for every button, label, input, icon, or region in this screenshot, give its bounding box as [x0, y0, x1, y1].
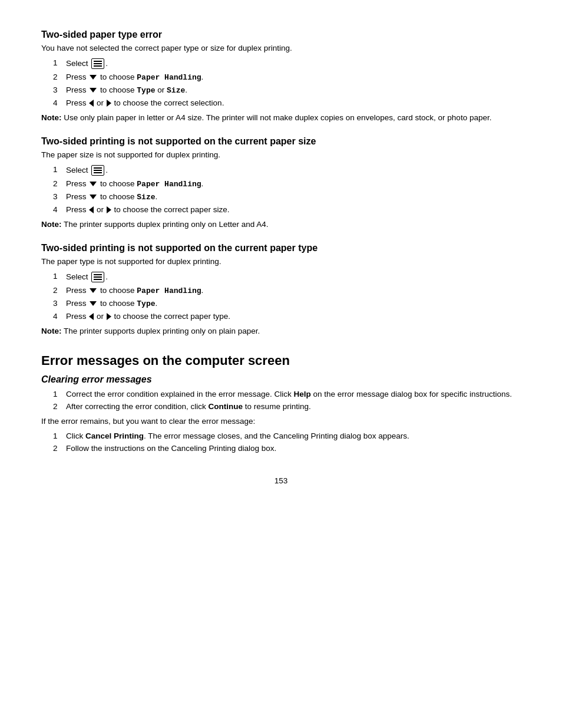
- section4-title: Error messages on the computer screen: [41, 353, 521, 368]
- arrow-right-icon: [107, 100, 111, 107]
- step-content: Select .: [66, 165, 521, 176]
- step: 1 Select .: [47, 58, 521, 69]
- section3-steps: 1 Select . 2 Press to choose Paper Handl…: [47, 272, 521, 321]
- step-content: Press to choose Type.: [66, 299, 521, 308]
- step-content: Press or to choose the correct selection…: [66, 98, 521, 107]
- step-num: 3: [53, 192, 66, 201]
- arrow-left-icon: [89, 100, 94, 107]
- step: 2 Follow the instructions on the Canceli…: [47, 444, 521, 453]
- step-num: 2: [53, 402, 66, 411]
- arrow-down-icon: [90, 195, 97, 199]
- mono-text: Size: [167, 86, 185, 95]
- section-two-sided-paper-type-error: Two-sided paper type error You have not …: [41, 29, 521, 122]
- section2-title: Two-sided printing is not supported on t…: [41, 136, 521, 147]
- step: 2 Press to choose Paper Handling.: [47, 286, 521, 295]
- step-content: Press or to choose the correct paper siz…: [66, 205, 521, 214]
- step-content: Press to choose Paper Handling.: [66, 179, 521, 189]
- step: 3 Press to choose Size.: [47, 192, 521, 202]
- step: 1 Select .: [47, 272, 521, 282]
- arrow-down-icon: [90, 301, 97, 306]
- arrow-down-icon: [90, 88, 97, 93]
- mono-text: Size: [137, 193, 155, 202]
- arrow-left-icon: [89, 206, 94, 213]
- section-two-sided-paper-type: Two-sided printing is not supported on t…: [41, 243, 521, 335]
- section4-mid-text: If the error remains, but you want to cl…: [41, 417, 521, 426]
- step-num: 4: [53, 312, 66, 321]
- arrow-left-icon: [89, 313, 94, 320]
- step-content: Correct the error condition explained in…: [66, 390, 521, 398]
- step-num: 1: [53, 431, 66, 440]
- section2-steps: 1 Select . 2 Press to choose Paper Handl…: [47, 165, 521, 214]
- step: 1 Click Cancel Printing. The error messa…: [47, 431, 521, 440]
- step: 2 Press to choose Paper Handling.: [47, 73, 521, 82]
- section3-intro: The paper type is not supported for dupl…: [41, 257, 521, 266]
- step-num: 1: [53, 390, 66, 398]
- step-num: 2: [53, 286, 66, 295]
- menu-icon: [91, 58, 104, 69]
- step-num: 1: [53, 165, 66, 174]
- section4-subsection-title: Clearing error messages: [41, 374, 521, 385]
- step-num: 2: [53, 179, 66, 188]
- step-num: 3: [53, 85, 66, 94]
- section4-steps-b: 1 Click Cancel Printing. The error messa…: [47, 431, 521, 453]
- step: 4 Press or to choose the correct paper s…: [47, 205, 521, 214]
- mono-text: Type: [137, 86, 155, 95]
- mono-text: Paper Handling: [137, 286, 201, 295]
- step-content: Press or to choose the correct paper typ…: [66, 312, 521, 321]
- section3-note: Note: The printer supports duplex printi…: [41, 327, 521, 335]
- page-number: 153: [41, 476, 521, 485]
- step: 1 Correct the error condition explained …: [47, 390, 521, 398]
- step: 2 After correcting the error condition, …: [47, 402, 521, 411]
- step-num: 4: [53, 205, 66, 214]
- arrow-right-icon: [107, 206, 111, 213]
- section-two-sided-paper-size: Two-sided printing is not supported on t…: [41, 136, 521, 229]
- step-content: Press to choose Paper Handling.: [66, 73, 521, 82]
- section4-steps-a: 1 Correct the error condition explained …: [47, 390, 521, 411]
- step-num: 4: [53, 98, 66, 107]
- step-content: Click Cancel Printing. The error message…: [66, 431, 521, 440]
- step-content: Select .: [66, 272, 521, 282]
- step: 4 Press or to choose the correct selecti…: [47, 98, 521, 107]
- step-content: Press to choose Paper Handling.: [66, 286, 521, 295]
- step: 4 Press or to choose the correct paper t…: [47, 312, 521, 321]
- step-num: 1: [53, 272, 66, 281]
- menu-icon: [91, 272, 104, 282]
- step-num: 2: [53, 73, 66, 81]
- step-content: Follow the instructions on the Canceling…: [66, 444, 521, 453]
- step-content: Press to choose Size.: [66, 192, 521, 202]
- section1-steps: 1 Select . 2 Press to choose Paper Handl…: [47, 58, 521, 107]
- section3-title: Two-sided printing is not supported on t…: [41, 243, 521, 253]
- menu-icon: [91, 165, 104, 176]
- step-num: 3: [53, 299, 66, 308]
- step-content: Select .: [66, 58, 521, 69]
- step: 3 Press to choose Type.: [47, 299, 521, 308]
- step: 1 Select .: [47, 165, 521, 176]
- step-content: Press to choose Type or Size.: [66, 85, 521, 95]
- step-content: After correcting the error condition, cl…: [66, 402, 521, 411]
- step: 3 Press to choose Type or Size.: [47, 85, 521, 95]
- section2-note: Note: The printer supports duplex printi…: [41, 220, 521, 229]
- section1-intro: You have not selected the correct paper …: [41, 44, 521, 52]
- step-num: 2: [53, 444, 66, 453]
- mono-text: Paper Handling: [137, 73, 201, 82]
- section2-intro: The paper size is not supported for dupl…: [41, 150, 521, 159]
- arrow-down-icon: [90, 75, 97, 80]
- step-num: 1: [53, 58, 66, 67]
- section-error-messages: Error messages on the computer screen Cl…: [41, 353, 521, 453]
- mono-text: Type: [137, 299, 155, 308]
- page: Two-sided paper type error You have not …: [0, 0, 562, 521]
- step: 2 Press to choose Paper Handling.: [47, 179, 521, 189]
- arrow-right-icon: [107, 313, 111, 320]
- arrow-down-icon: [90, 288, 97, 293]
- arrow-down-icon: [90, 182, 97, 186]
- section1-note: Note: Use only plain paper in letter or …: [41, 113, 521, 122]
- section1-title: Two-sided paper type error: [41, 29, 521, 40]
- mono-text: Paper Handling: [137, 180, 201, 189]
